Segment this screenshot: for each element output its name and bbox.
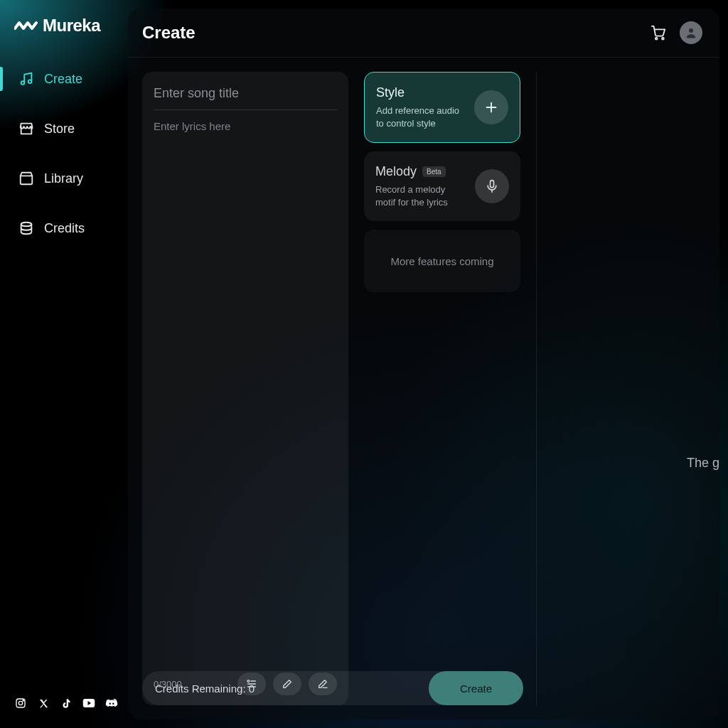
output-teaser-text: The g xyxy=(687,456,719,471)
style-card-title: Style xyxy=(376,85,466,100)
lyrics-card: 0/3000 xyxy=(142,72,348,705)
library-icon xyxy=(18,171,34,186)
svg-point-2 xyxy=(21,223,32,227)
brand-name: Mureka xyxy=(43,16,100,36)
svg-point-8 xyxy=(112,703,114,705)
sidebar-item-label: Store xyxy=(44,122,75,136)
svg-point-5 xyxy=(23,700,23,701)
melody-card-subtitle: Record a melody motif for the lyrics xyxy=(375,183,466,208)
add-style-button[interactable] xyxy=(474,90,508,124)
create-button[interactable]: Create xyxy=(429,671,523,705)
svg-point-0 xyxy=(21,81,25,85)
svg-point-7 xyxy=(109,703,111,705)
bottom-bar: Credits Remaining: 0 Create xyxy=(142,671,523,705)
svg-point-4 xyxy=(18,701,22,705)
discord-icon[interactable] xyxy=(105,697,118,710)
brand-logo-icon xyxy=(14,18,38,33)
beta-badge: Beta xyxy=(422,166,446,177)
style-card[interactable]: Style Add reference audio to control sty… xyxy=(364,72,520,143)
instagram-icon[interactable] xyxy=(14,697,27,710)
user-avatar[interactable] xyxy=(680,21,702,44)
svg-point-11 xyxy=(689,28,693,33)
social-links xyxy=(0,697,128,728)
youtube-icon[interactable] xyxy=(82,697,95,710)
sidebar-item-library[interactable]: Library xyxy=(0,164,128,193)
coming-soon-card: More features coming xyxy=(364,230,520,292)
lyrics-textarea[interactable] xyxy=(154,120,337,673)
sidebar-item-label: Library xyxy=(44,171,83,186)
page-title: Create xyxy=(142,23,196,43)
svg-point-10 xyxy=(662,38,664,40)
record-melody-button[interactable] xyxy=(475,169,509,203)
sidebar: Mureka Create Store xyxy=(0,0,128,728)
create-button-label: Create xyxy=(460,682,492,695)
tiktok-icon[interactable] xyxy=(60,697,73,710)
store-icon xyxy=(18,121,34,136)
x-twitter-icon[interactable] xyxy=(37,697,50,710)
content-area: 0/3000 xyxy=(128,58,719,719)
svg-rect-19 xyxy=(491,181,494,188)
sidebar-nav: Create Store Library xyxy=(0,64,128,243)
cart-button[interactable] xyxy=(650,24,667,41)
main-header: Create xyxy=(128,9,719,58)
main-panel: Create 0/3000 xyxy=(128,9,719,719)
svg-point-1 xyxy=(28,80,32,83)
sidebar-item-label: Credits xyxy=(44,221,85,236)
melody-card[interactable]: Melody Beta Record a melody motif for th… xyxy=(364,151,520,221)
music-note-icon xyxy=(18,71,34,87)
sidebar-item-credits[interactable]: Credits xyxy=(0,213,128,243)
svg-point-9 xyxy=(655,38,658,40)
sidebar-item-store[interactable]: Store xyxy=(0,114,128,144)
brand-logo[interactable]: Mureka xyxy=(0,16,128,36)
credits-icon xyxy=(18,220,34,236)
style-card-subtitle: Add reference audio to control style xyxy=(376,105,466,129)
melody-card-title: Melody xyxy=(375,164,417,179)
sidebar-item-label: Create xyxy=(44,72,82,87)
output-panel: The g xyxy=(537,72,719,705)
credits-remaining-label: Credits Remaining: 0 xyxy=(155,682,255,695)
song-title-input[interactable] xyxy=(154,83,337,110)
coming-soon-label: More features coming xyxy=(390,255,493,267)
sidebar-item-create[interactable]: Create xyxy=(0,64,128,94)
